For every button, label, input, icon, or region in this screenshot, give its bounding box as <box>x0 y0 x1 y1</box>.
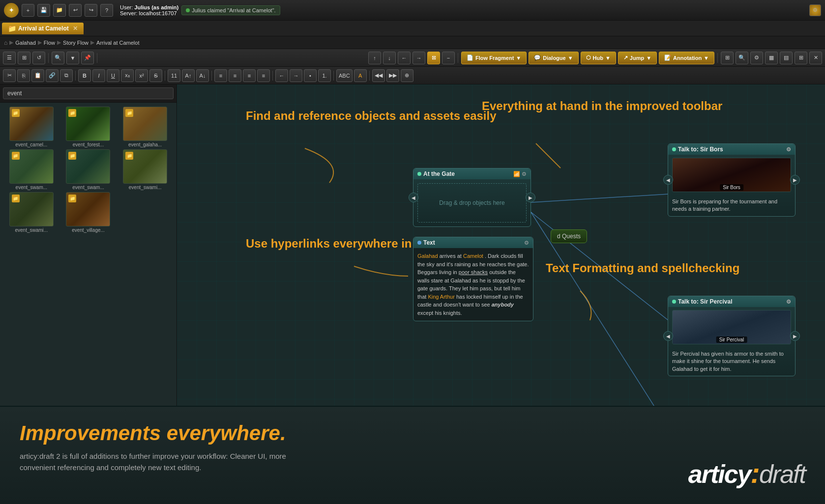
tb-more1[interactable]: ⊞ <box>721 52 734 64</box>
tb-filter-btn[interactable]: ▼ <box>66 52 79 64</box>
tb-refresh[interactable]: ↺ <box>32 52 45 64</box>
jump-dropdown[interactable]: ▼ <box>646 55 651 61</box>
callout-find: Find and reference objects and assets ea… <box>246 109 497 123</box>
bors-connector-right[interactable]: ▶ <box>790 175 800 185</box>
dialogue-dropdown[interactable]: ▼ <box>568 55 573 61</box>
tb-arrow-right[interactable]: → <box>412 52 425 64</box>
tb2-indent-less[interactable]: ← <box>275 69 288 82</box>
tb2-align-center[interactable]: ≡ <box>229 69 241 82</box>
node-connector-right[interactable]: ▶ <box>526 193 535 202</box>
node-drop-zone[interactable]: Drag & drop objects here <box>417 183 527 223</box>
tb2-copy[interactable]: ⎘ <box>17 69 30 82</box>
tb-arrow-down[interactable]: ↓ <box>383 52 396 64</box>
tb-list-view[interactable]: ☰ <box>3 52 16 64</box>
list-item[interactable]: 📁 event_swami... <box>118 149 173 190</box>
tb2-fontsize[interactable]: 11 <box>168 69 180 82</box>
tb2-align-justify[interactable]: ≡ <box>257 69 270 82</box>
tb2-subscript[interactable]: x₂ <box>121 69 134 82</box>
tb2-align-left[interactable]: ≡ <box>214 69 227 82</box>
hub-dropdown[interactable]: ▼ <box>605 55 611 61</box>
bors-connector-left[interactable]: ◀ <box>663 175 673 185</box>
tb2-fontsize-up[interactable]: A↑ <box>182 69 195 82</box>
help-button[interactable]: ? <box>100 4 113 17</box>
list-item[interactable]: 📁 event_camel... <box>4 107 59 147</box>
settings-button[interactable]: ⚙ <box>809 4 821 16</box>
list-item[interactable]: 📁 event_village... <box>61 192 116 233</box>
tab-arrival-at-camelot[interactable]: 📁 Arrival at Camelot ✕ <box>2 23 84 34</box>
tb2-align-right[interactable]: ≡ <box>243 69 256 82</box>
list-item[interactable]: 📁 event_swam... <box>4 149 59 190</box>
tb2-fontsize-dn[interactable]: A↓ <box>196 69 209 82</box>
tab-close-icon[interactable]: ✕ <box>73 25 78 32</box>
redo-button[interactable]: ↪ <box>85 4 97 17</box>
tb2-italic[interactable]: I <box>92 69 105 82</box>
node-sir-percival[interactable]: Talk to: Sir Percival ⚙ Sir Percival Sir… <box>668 296 796 376</box>
tb2-list-num[interactable]: 1. <box>318 69 331 82</box>
node-settings-icon[interactable]: ⚙ <box>522 171 527 177</box>
bors-settings-icon[interactable]: ⚙ <box>786 146 791 153</box>
save-button[interactable]: 💾 <box>37 4 50 17</box>
tb2-link[interactable]: 🔗 <box>46 69 59 82</box>
tb2-object[interactable]: ⧉ <box>60 69 73 82</box>
tb-jump[interactable]: ↗ Jump ▼ <box>618 52 657 64</box>
open-button[interactable]: 📁 <box>53 4 66 17</box>
breadcrumb-galahad[interactable]: Galahad <box>15 40 36 46</box>
tb2-more[interactable]: ⊕ <box>401 69 413 82</box>
tb-arrow-up[interactable]: ↑ <box>368 52 381 64</box>
breadcrumb-story-flow[interactable]: Story Flow <box>63 40 88 46</box>
tb-flow-fragment[interactable]: 📄 Flow Fragment ▼ <box>461 52 527 64</box>
percival-connector-left[interactable]: ◀ <box>663 331 673 341</box>
list-item[interactable]: 📁 event_galaha... <box>118 107 173 147</box>
tb-more3[interactable]: ⚙ <box>750 52 763 64</box>
tb2-superscript[interactable]: x² <box>135 69 148 82</box>
list-item[interactable]: 📁 event_swam... <box>61 149 116 190</box>
node-wifi-icon[interactable]: 📶 <box>513 171 520 177</box>
percival-settings-icon[interactable]: ⚙ <box>786 299 791 305</box>
tb2-bold[interactable]: B <box>78 69 91 82</box>
breadcrumb-arrival[interactable]: Arrival at Camelot <box>96 40 139 46</box>
undo-button[interactable]: ↩ <box>69 4 82 17</box>
tb2-prev[interactable]: ◀◀ <box>372 69 385 82</box>
tb-search-btn[interactable]: 🔍 <box>52 52 64 64</box>
tb-grid2[interactable]: ▤ <box>780 52 793 64</box>
canvas[interactable]: Find and reference objects and assets ea… <box>177 84 825 406</box>
tb-annotation[interactable]: 📝 Annotation ▼ <box>659 52 714 64</box>
list-item[interactable]: 📁 event_swami... <box>4 192 59 233</box>
node-quests[interactable]: d Quests <box>551 229 587 243</box>
tb2-underline[interactable]: U <box>107 69 119 82</box>
tb-arrow-left[interactable]: ← <box>398 52 411 64</box>
sidebar-search-area <box>0 84 177 103</box>
search-input[interactable] <box>3 87 174 99</box>
tb2-spellcheck[interactable]: ABC <box>336 69 353 82</box>
new-button[interactable]: + <box>22 4 34 17</box>
annotation-dropdown[interactable]: ▼ <box>704 55 709 61</box>
tb2-paste[interactable]: 📋 <box>31 69 44 82</box>
node-text-settings[interactable]: ⚙ <box>524 240 529 246</box>
tb-pin-btn[interactable]: 📌 <box>81 52 94 64</box>
node-story-text[interactable]: Text ⚙ Galahad arrives at Camelot . Dark… <box>413 237 533 321</box>
tb2-list-bullet[interactable]: • <box>304 69 317 82</box>
tb2-indent-more[interactable]: → <box>290 69 302 82</box>
flow-fragment-dropdown[interactable]: ▼ <box>516 55 521 61</box>
tb-zoom-out[interactable]: − <box>442 52 455 64</box>
tb-grid-view[interactable]: ⊞ <box>18 52 30 64</box>
tb-grid3[interactable]: ⊞ <box>795 52 807 64</box>
tb2-cut[interactable]: ✂ <box>3 69 16 82</box>
tb-grid1[interactable]: ▦ <box>765 52 778 64</box>
breadcrumb-home[interactable]: ⌂ <box>4 39 7 46</box>
breadcrumb-flow[interactable]: Flow <box>44 40 55 46</box>
app-logo[interactable]: ✦ <box>4 3 19 18</box>
tb-hub[interactable]: ⬡ Hub ▼ <box>581 52 616 64</box>
node-connector-left[interactable]: ◀ <box>409 193 418 202</box>
tb-more2[interactable]: 🔍 <box>736 52 748 64</box>
list-item[interactable]: 📁 event_forest... <box>61 107 116 147</box>
tb-dialogue[interactable]: 💬 Dialogue ▼ <box>529 52 578 64</box>
tb2-color[interactable]: A <box>354 69 367 82</box>
tb2-next[interactable]: ▶▶ <box>386 69 399 82</box>
tb-close[interactable]: ✕ <box>809 52 822 64</box>
tb-zoom-fit[interactable]: ⊠ <box>427 52 440 64</box>
node-at-gate[interactable]: At the Gate 📶 ⚙ Drag & drop objects here… <box>413 168 531 227</box>
percival-connector-right[interactable]: ▶ <box>790 331 800 341</box>
tb2-strikethrough[interactable]: S <box>149 69 162 82</box>
node-sir-bors[interactable]: Talk to: Sir Bors ⚙ Sir Bors Sir Bors is… <box>668 143 796 217</box>
